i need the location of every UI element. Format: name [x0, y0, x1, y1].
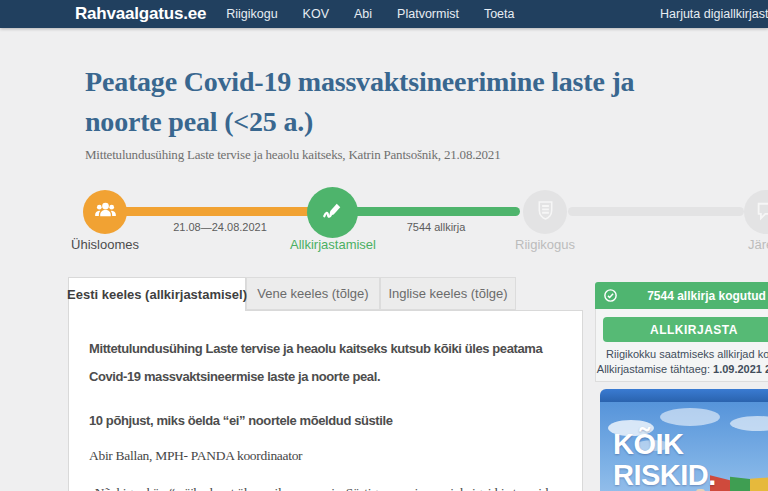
poster-headline: KÕIK RISKID. [613, 429, 716, 491]
people-icon [92, 197, 119, 228]
sign-deadline-value: 1.09.2021 23:59 [713, 363, 768, 375]
sign-deadline: Allkirjastamise tähtaeg: 1.09.2021 23:59 [595, 363, 768, 375]
cloud-shape [660, 408, 720, 426]
nav-item-riigikogu[interactable]: Riigikogu [226, 7, 277, 21]
article-panel: Mittetulundusühing Laste tervise ja heao… [68, 310, 583, 491]
sign-deadline-label: Allkirjastamise tähtaeg: [597, 363, 713, 375]
article-author-line: Abir Ballan, MPH- PANDA koordinaator [89, 448, 564, 464]
nav-item-platvormist[interactable]: Platvormist [397, 7, 459, 21]
tab-russian[interactable]: Vene keeles (tõlge) [246, 277, 380, 310]
timeline-edge-active [348, 207, 520, 216]
timeline-label-riigikogus: Riigikogus [480, 237, 610, 252]
sign-button[interactable]: ALLKIRJASTA [603, 317, 768, 342]
tab-estonian[interactable]: Eesti keeles (allkirjastamisel) [68, 277, 246, 311]
signatures-collected-label: 7544 allkirja kogutud [618, 289, 768, 303]
timeline-step-riigikogus [523, 190, 567, 234]
cloud-shape [730, 416, 768, 431]
article-quote: „Nõel igas käes“ näib olevat ülemaailmne… [89, 480, 564, 491]
check-circle-icon [603, 288, 618, 303]
parliament-crest-icon [532, 197, 559, 228]
article-subheading: 10 põhjust, miks öelda “ei” noortele mõe… [89, 413, 564, 428]
parachute-graphic [710, 464, 768, 491]
nav-link-digisign-practice[interactable]: Harjuta digiallkirjastamist [660, 7, 768, 21]
initiative-byline: Mittetulundusühing Laste tervise ja heao… [85, 147, 500, 163]
signature-pen-icon [319, 197, 347, 229]
timeline-label-jarelkaja: Järelkaja [748, 237, 768, 252]
page-title: Peatage Covid-19 massvaktsineerimine las… [85, 62, 768, 142]
tab-english[interactable]: Inglise keeles (tõlge) [380, 277, 516, 310]
speech-bubble-icon [753, 197, 768, 228]
nav-item-kov[interactable]: KOV [303, 7, 329, 21]
timeline-edge-upcoming [568, 207, 744, 216]
page: Rahvaalgatus.ee Riigikogu KOV Abi Platvo… [0, 0, 768, 491]
timeline-edge-done [118, 207, 318, 216]
timeline-step-allkirjastamisel [307, 187, 358, 238]
timeline-step-jarelkaja [744, 190, 768, 234]
signatures-progress-header: 7544 allkirja kogutud [595, 282, 768, 309]
article-lead: Mittetulundusühing Laste tervise ja heao… [89, 335, 564, 391]
timeline-dates: 21.08—24.08.2021 [130, 221, 310, 233]
nav-item-toeta[interactable]: Toeta [484, 7, 515, 21]
timeline-signature-count: 7544 allkirja [352, 221, 520, 233]
nav-menu: Riigikogu KOV Abi Platvormist Toeta [226, 7, 514, 21]
poster-top-bar [600, 389, 768, 402]
brand-logo[interactable]: Rahvaalgatus.ee [75, 4, 206, 24]
top-nav: Rahvaalgatus.ee Riigikogu KOV Abi Platvo… [0, 0, 768, 28]
timeline-step-uhisloomes [83, 190, 127, 234]
timeline-label-uhisloomes: Ühisloomes [40, 237, 170, 252]
nav-item-abi[interactable]: Abi [354, 7, 372, 21]
campaign-poster-image: KÕIK RISKID. [600, 389, 768, 491]
timeline-label-allkirjastamisel: Allkirjastamisel [258, 237, 408, 252]
sign-note: Riigikokku saatmiseks allkirjad koos! [595, 348, 768, 360]
